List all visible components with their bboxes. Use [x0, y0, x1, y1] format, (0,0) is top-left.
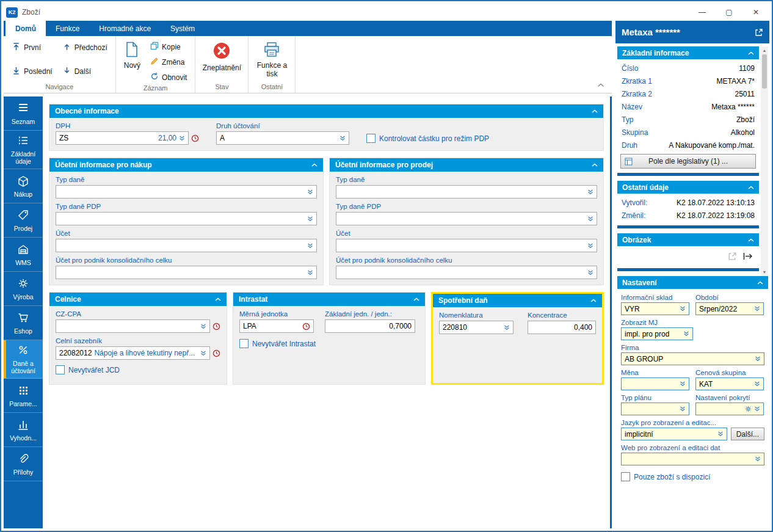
sidebar-item-vyroba[interactable]: Výroba: [4, 272, 43, 306]
scroll-down-icon[interactable]: ▼: [763, 268, 767, 276]
sidebar-item-prodej[interactable]: Prodej: [4, 203, 43, 238]
collapse-icon[interactable]: [592, 163, 598, 167]
typ-dane-prodej-field[interactable]: [336, 185, 597, 199]
collapse-icon[interactable]: [748, 51, 754, 55]
collapse-icon[interactable]: [413, 297, 419, 301]
tab-system[interactable]: Systém: [161, 21, 205, 36]
dropdown-icon[interactable]: [717, 431, 724, 437]
ucet-konsolidace-nakup-field[interactable]: [56, 266, 317, 279]
previous-record-button[interactable]: Předchozí: [59, 41, 111, 54]
dropdown-icon[interactable]: [200, 324, 206, 329]
history-clock-icon[interactable]: [302, 322, 310, 330]
collapse-icon[interactable]: [311, 163, 318, 167]
nevytvaret-jcd-checkbox[interactable]: [56, 365, 65, 374]
dropdown-icon[interactable]: [680, 381, 686, 387]
edit-record-button[interactable]: Změna: [147, 56, 191, 68]
sidebar-item-nakup[interactable]: Nákup: [4, 169, 43, 203]
ribbon-collapse-icon[interactable]: [597, 81, 604, 89]
celni-sazebnik-field[interactable]: 22082012 Nápoje a lihové tekutiny nepř..…: [56, 346, 210, 360]
popout-icon[interactable]: [755, 28, 763, 37]
panel-obecne-header[interactable]: Obecné informace: [49, 104, 603, 118]
cenova-skupina-field[interactable]: KAT: [695, 377, 764, 390]
dph-field[interactable]: ZS 21,00: [56, 131, 189, 145]
dropdown-icon[interactable]: [587, 189, 593, 195]
last-record-button[interactable]: Poslední: [8, 65, 56, 78]
sidebar-item-prilohy[interactable]: Přílohy: [4, 447, 43, 481]
dropdown-icon[interactable]: [683, 331, 689, 337]
collapse-icon[interactable]: [757, 281, 763, 285]
sidebar-item-eshop[interactable]: Eshop: [4, 306, 43, 340]
typ-planu-field[interactable]: [621, 403, 689, 415]
merna-jednotka-field[interactable]: LPA: [239, 319, 314, 333]
panel-celnice-header[interactable]: Celnice: [49, 293, 227, 306]
typ-dane-pdp-nakup-field[interactable]: [56, 212, 317, 225]
sidebar-item-dane-a-uctovani[interactable]: Daně a účtování: [4, 340, 43, 379]
sidebar-item-parametry[interactable]: Parame...: [4, 379, 43, 413]
maximize-button[interactable]: ▢: [716, 4, 742, 21]
pole-dle-legislativy-button[interactable]: Pole dle legislativy (1) ...: [620, 154, 756, 169]
dropdown-icon[interactable]: [307, 243, 313, 249]
close-button[interactable]: ✕: [742, 4, 769, 21]
dropdown-icon[interactable]: [680, 306, 686, 312]
history-clock-icon[interactable]: [212, 349, 220, 357]
panel-intrastat-header[interactable]: Intrastat: [233, 293, 425, 306]
dropdown-icon[interactable]: [754, 406, 760, 412]
collapse-icon[interactable]: [590, 299, 597, 302]
first-record-button[interactable]: První: [8, 41, 56, 54]
minimize-button[interactable]: —: [689, 4, 716, 21]
ucet-nakup-field[interactable]: [56, 239, 317, 252]
koncentrace-field[interactable]: 0,400: [528, 321, 596, 334]
image-popout-icon[interactable]: [728, 252, 737, 263]
history-clock-icon[interactable]: [191, 134, 199, 142]
dropdown-icon[interactable]: [587, 270, 593, 275]
sidebar-item-seznam[interactable]: Seznam: [4, 97, 43, 131]
dropdown-icon[interactable]: [680, 406, 686, 412]
mena-field[interactable]: [621, 377, 689, 390]
image-fit-icon[interactable]: [743, 252, 753, 262]
next-record-button[interactable]: Další: [59, 65, 111, 78]
dropdown-icon[interactable]: [587, 216, 593, 222]
section-header[interactable]: Nastavení: [617, 276, 768, 289]
gear-icon[interactable]: [745, 406, 752, 412]
panel-nakup-header[interactable]: Účetní informace pro nákup: [49, 158, 323, 172]
druh-uctovani-field[interactable]: A: [216, 131, 349, 145]
collapse-icon[interactable]: [592, 109, 598, 113]
scrollbar[interactable]: ▲ ▼: [761, 46, 768, 276]
dropdown-icon[interactable]: [339, 136, 346, 141]
jazyk-field[interactable]: implicitní: [621, 428, 727, 440]
dropdown-icon[interactable]: [307, 189, 313, 195]
sidebar-item-zakladni-udaje[interactable]: Základní údaje: [4, 131, 43, 169]
zobrazit-mj-field[interactable]: impl. pro prod: [621, 327, 693, 340]
dropdown-icon[interactable]: [307, 216, 313, 222]
dalsi-button[interactable]: Další...: [731, 428, 764, 440]
dropdown-icon[interactable]: [754, 306, 760, 312]
sidebar-item-wms[interactable]: WMS: [4, 238, 43, 272]
dropdown-icon[interactable]: [587, 243, 593, 249]
pouze-zbozi-checkbox[interactable]: [621, 472, 630, 481]
refresh-button[interactable]: Obnovit: [147, 71, 191, 84]
panel-spotrebni-dan-header[interactable]: Spotřební daň: [433, 294, 602, 307]
copy-record-button[interactable]: Kopie: [147, 40, 191, 53]
typ-dane-pdp-prodej-field[interactable]: [336, 212, 597, 225]
cz-cpa-field[interactable]: [56, 319, 210, 333]
scrollbar-thumb[interactable]: [762, 54, 767, 89]
informacni-sklad-field[interactable]: VYR: [621, 302, 689, 315]
nomenklatura-field[interactable]: 220810: [439, 321, 514, 334]
dropdown-icon[interactable]: [307, 270, 313, 275]
section-header[interactable]: Základní informace: [617, 46, 759, 59]
tab-hromadne-akce[interactable]: Hromadné akce: [89, 21, 161, 36]
ucet-prodej-field[interactable]: [336, 239, 597, 252]
scroll-up-icon[interactable]: ▲: [763, 46, 767, 54]
collapse-icon[interactable]: [748, 186, 754, 189]
collapse-icon[interactable]: [215, 297, 221, 301]
web-field[interactable]: [621, 453, 764, 465]
new-record-button[interactable]: Nový: [120, 39, 144, 71]
dropdown-icon[interactable]: [179, 136, 185, 141]
firma-field[interactable]: AB GROUP: [621, 352, 764, 365]
dropdown-icon[interactable]: [755, 356, 761, 362]
dropdown-icon[interactable]: [755, 456, 761, 462]
nevytvaret-intrastat-checkbox[interactable]: [239, 339, 249, 348]
collapse-icon[interactable]: [748, 238, 754, 242]
section-header[interactable]: Obrázek: [617, 233, 759, 246]
pdp-checkbox[interactable]: [366, 134, 376, 143]
